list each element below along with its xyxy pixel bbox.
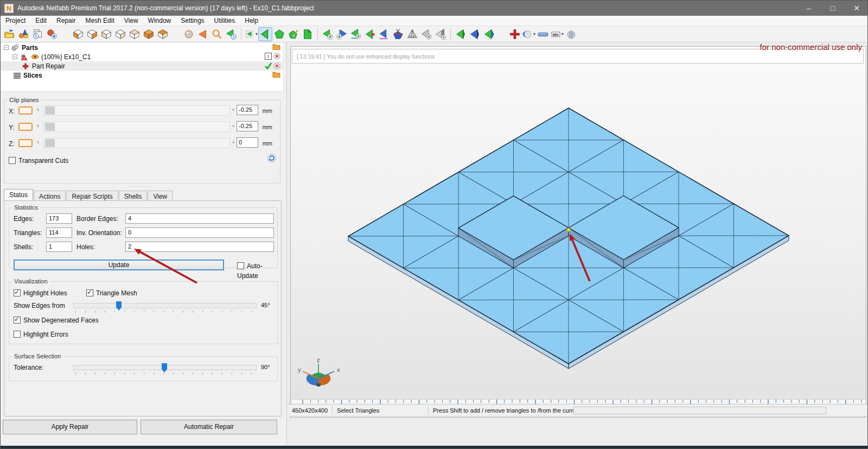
menu-project[interactable]: Project (1, 16, 30, 26)
show-degenerated-checkbox[interactable]: Show Degenerated Faces (14, 315, 99, 325)
tab-actions[interactable]: Actions (34, 191, 66, 200)
view-top-icon[interactable] (127, 27, 142, 41)
menu-view[interactable]: View (119, 16, 143, 26)
menu-settings[interactable]: Settings (176, 16, 209, 26)
clip-x-slider[interactable] (43, 105, 230, 116)
show-unselected-icon[interactable] (468, 27, 482, 41)
folder-icon[interactable] (272, 71, 280, 78)
clip-x-slider-thumb[interactable] (45, 106, 55, 115)
dropdown-caret-icon[interactable]: ▾ (256, 31, 258, 36)
view-front-icon[interactable] (85, 27, 99, 41)
clip-y-slider-thumb[interactable] (45, 123, 55, 131)
tolerance-slider-thumb[interactable] (162, 363, 167, 372)
toggle-selection-icon[interactable] (482, 27, 496, 41)
highlight-errors-checkbox[interactable]: Highlight Errors (14, 329, 68, 339)
tree-row-part-repair[interactable]: Part Repair (1, 61, 283, 71)
inv-orientation-value[interactable]: 0 (125, 227, 274, 238)
zoom-icon[interactable] (210, 27, 224, 41)
menu-mesh-edit[interactable]: Mesh Edit (80, 16, 119, 26)
maximize-button[interactable]: □ (821, 1, 845, 16)
menu-window[interactable]: Window (143, 16, 176, 26)
clip-z-increase-button[interactable]: › (230, 138, 237, 145)
invert-selection-icon[interactable] (433, 27, 448, 41)
auto-update-checkbox[interactable]: Auto-Update (237, 261, 277, 280)
remove-part-icon[interactable] (273, 53, 280, 60)
folder-icon[interactable] (272, 43, 280, 50)
show-selected-icon[interactable] (454, 27, 468, 41)
splitter-handle[interactable]: ········· (1, 90, 283, 94)
select-plane-icon[interactable] (301, 27, 315, 41)
clip-z-decrease-button[interactable]: ‹ (35, 138, 41, 145)
triangle-mesh-checkbox[interactable]: Triangle Mesh (86, 288, 137, 298)
clip-x-decrease-button[interactable]: ‹ (35, 106, 41, 112)
view-back-icon[interactable] (99, 27, 113, 41)
part-info-icon[interactable]: i (31, 27, 45, 41)
repair-part-icon[interactable] (508, 27, 522, 41)
update-button[interactable]: Update (14, 260, 224, 270)
add-selection-icon[interactable] (335, 27, 349, 41)
show-part-icon[interactable] (196, 27, 210, 41)
flip-triangle-icon[interactable] (377, 27, 391, 41)
close-button[interactable]: ✕ (845, 1, 868, 16)
select-triangles-icon[interactable] (258, 27, 272, 41)
wireframe-icon[interactable] (405, 27, 419, 41)
tab-status[interactable]: Status (4, 189, 33, 200)
add-triangle-icon[interactable] (321, 27, 335, 41)
highlight-holes-checkbox[interactable]: Highlight Holes (14, 288, 67, 298)
clip-y-value-input[interactable]: -0.25 (237, 121, 258, 131)
shells-value[interactable]: 1 (46, 242, 72, 252)
clip-x-value-input[interactable]: -0.25 (237, 105, 258, 115)
tree-row-part[interactable]: − ! (100%) Ex10_C1 1 (1, 52, 283, 61)
menu-edit[interactable]: Edit (30, 16, 52, 26)
expander-icon[interactable]: − (4, 45, 9, 50)
clip-y-decrease-button[interactable]: ‹ (35, 122, 41, 129)
delete-triangle-icon[interactable] (363, 27, 377, 41)
shaded-view-icon[interactable] (182, 27, 196, 41)
render-mode-icon[interactable] (564, 27, 578, 41)
deselect-icon[interactable] (419, 27, 433, 41)
3d-canvas[interactable]: zyx [ 13:15:41 ] You do not use enhanced… (290, 46, 866, 418)
apply-repair-button[interactable]: Apply Repair (3, 420, 137, 434)
view-bottom-icon[interactable] (142, 27, 156, 41)
select-shell-icon[interactable] (272, 27, 286, 41)
select-brush-icon[interactable] (286, 27, 301, 41)
clip-z-toggle[interactable] (18, 139, 33, 147)
triangles-value[interactable]: 114 (46, 227, 72, 238)
clip-x-increase-button[interactable]: › (230, 106, 237, 112)
visibility-eye-icon[interactable] (30, 53, 39, 61)
remove-repair-icon[interactable] (273, 62, 280, 69)
transparent-cuts-checkbox[interactable]: Transparent Cuts (9, 155, 68, 165)
dropdown-caret-icon[interactable]: ▾ (561, 31, 564, 36)
show-edges-slider[interactable] (73, 303, 257, 308)
tab-repair-scripts[interactable]: Repair Scripts (66, 191, 118, 200)
minimize-button[interactable]: – (797, 1, 821, 16)
cut-part-icon[interactable] (391, 27, 405, 41)
open-project-icon[interactable] (3, 27, 17, 41)
clip-y-slider[interactable] (43, 122, 230, 132)
selection-mode-icon[interactable]: ▾ (244, 27, 258, 41)
view-left-icon[interactable] (113, 27, 127, 41)
shading-mode-icon[interactable]: ▾ (522, 27, 536, 41)
view-isometric-icon[interactable] (71, 27, 85, 41)
part-information-icon[interactable]: i (224, 27, 238, 41)
clip-z-slider-thumb[interactable] (45, 139, 55, 147)
annotation-icon[interactable]: abc▾ (550, 27, 564, 41)
clip-y-toggle[interactable] (18, 123, 33, 131)
clip-x-toggle[interactable] (18, 106, 33, 115)
add-part-icon[interactable] (17, 27, 31, 41)
tab-shells[interactable]: Shells (119, 191, 148, 200)
edges-value[interactable]: 173 (46, 213, 72, 224)
splitter-handle[interactable]: ········· (1, 185, 283, 189)
dropdown-caret-icon[interactable]: ▾ (533, 31, 535, 36)
menu-help[interactable]: Help (240, 16, 263, 26)
tree-row-parts[interactable]: − Parts (1, 43, 283, 52)
tolerance-slider[interactable] (73, 365, 257, 370)
holes-value[interactable]: 2 (125, 242, 274, 252)
clip-z-value-input[interactable]: 0 (237, 137, 258, 148)
close-hole-icon[interactable] (349, 27, 363, 41)
menu-utilities[interactable]: Utilities (209, 16, 240, 26)
reset-clip-icon[interactable] (267, 153, 277, 163)
automatic-repair-button[interactable]: Automatic Repair (141, 420, 277, 434)
clip-y-increase-button[interactable]: › (230, 122, 237, 129)
tab-view[interactable]: View (148, 191, 173, 200)
